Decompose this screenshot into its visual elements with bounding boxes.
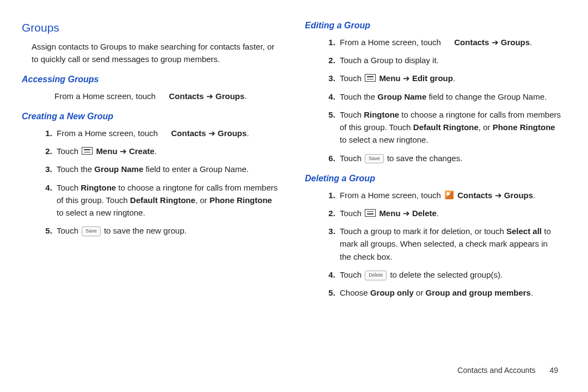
text: Touch [340, 154, 364, 163]
text: to select a new ringtone. [57, 208, 145, 217]
step: From a Home screen, touch Contacts ➔ Gro… [54, 127, 278, 139]
accessing-step: From a Home screen, touch Contacts ➔ Gro… [54, 90, 278, 102]
label: Select all [506, 226, 542, 236]
step: Touch Ringtone to choose a ringtone for … [54, 181, 278, 219]
label-groups: Groups [216, 91, 244, 101]
text: Touch [57, 226, 81, 235]
step: Touch Menu ➔ Delete. [338, 207, 561, 219]
arrow: ➔ [403, 74, 412, 83]
label: Group only [370, 288, 414, 297]
label: Phone Ringtone [210, 195, 272, 205]
step: Touch the Group Name field to change the… [338, 90, 561, 103]
text: or [414, 288, 426, 297]
delete-softkey: Delete [365, 271, 387, 280]
text: to save the new group. [104, 226, 187, 235]
text: Touch [57, 146, 81, 156]
text: . [531, 288, 533, 297]
label-groups: Groups [504, 191, 533, 200]
label-menu: Menu [379, 74, 400, 83]
label-delete: Delete [412, 209, 437, 218]
step: Touch Save to save the changes. [338, 152, 561, 164]
heading-creating: Creating a New Group [22, 110, 278, 124]
text: From a Home screen, touch [340, 38, 443, 47]
text: field to change the Group Name. [426, 92, 547, 101]
step: Touch a group to mark it for deletion, o… [338, 225, 561, 263]
heading-editing: Editing a Group [305, 19, 561, 33]
page-number: 49 [549, 366, 558, 375]
label-contacts: Contacts [457, 191, 492, 200]
step: Touch Save to save the new group. [54, 224, 278, 237]
label: Default Ringtone [130, 195, 195, 205]
step: From a Home screen, touch Contacts ➔ Gro… [338, 189, 561, 201]
label-menu: Menu [379, 209, 400, 218]
arrow: ➔ [120, 146, 129, 156]
text: Touch the [340, 92, 377, 101]
deleting-steps: From a Home screen, touch Contacts ➔ Gro… [305, 189, 561, 299]
text: Touch [340, 74, 364, 83]
text: Touch [340, 209, 364, 218]
text: Touch [57, 183, 81, 192]
step: Touch a Group to display it. [338, 54, 561, 66]
label-contacts: Contacts [171, 128, 206, 138]
save-softkey: Save [365, 154, 384, 164]
text: , or [479, 122, 493, 132]
text: Touch a group to mark it for deletion, o… [340, 226, 506, 236]
menu-icon [82, 147, 93, 155]
label: Phone Ringtone [493, 122, 555, 132]
menu-icon [365, 74, 376, 82]
text: , or [195, 195, 210, 205]
footer-section: Contacts and Accounts [457, 366, 535, 375]
step: Touch the Group Name field to enter a Gr… [54, 163, 278, 175]
label-groups: Groups [218, 128, 247, 138]
text: to save the changes. [387, 154, 462, 163]
label: Group and group members [426, 288, 531, 297]
label: Default Ringtone [413, 122, 479, 132]
text: Choose [340, 288, 370, 297]
label: Group Name [94, 164, 143, 174]
label: Ringtone [364, 110, 399, 119]
label-contacts: Contacts [169, 91, 204, 101]
label: Ringtone [81, 183, 116, 192]
text: to delete the selected group(s). [390, 270, 503, 279]
page-footer: Contacts and Accounts 49 [457, 365, 558, 377]
step: Touch Delete to delete the selected grou… [338, 268, 561, 281]
menu-icon [365, 209, 376, 217]
label: Group Name [377, 92, 426, 101]
text: Touch [340, 110, 364, 119]
text: From a Home screen, touch [57, 128, 160, 138]
text: to select a new ringtone. [340, 135, 428, 144]
step: Choose Group only or Group and group mem… [338, 286, 561, 299]
text: From a Home screen, touch [340, 191, 443, 200]
arrow: ➔ [403, 209, 412, 218]
text: Touch the [57, 164, 94, 174]
step: Touch Menu ➔ Edit group. [338, 72, 561, 84]
step: From a Home screen, touch Contacts ➔ Gro… [338, 36, 561, 48]
text: From a Home screen, touch [54, 91, 158, 101]
editing-steps: From a Home screen, touch Contacts ➔ Gro… [305, 36, 561, 164]
step: Touch Ringtone to choose a ringtone for … [338, 108, 561, 146]
right-column: Editing a Group From a Home screen, touc… [305, 19, 561, 304]
heading-deleting: Deleting a Group [305, 172, 561, 186]
save-softkey: Save [82, 226, 101, 236]
text: field to enter a Group Name. [143, 164, 248, 174]
contacts-app-icon [445, 191, 454, 199]
label-contacts: Contacts [454, 38, 489, 47]
left-column: Groups Assign contacts to Groups to make… [22, 19, 278, 304]
text: Touch [340, 270, 364, 279]
label-create: Create [129, 146, 155, 156]
step: Touch Menu ➔ Create. [54, 145, 278, 157]
heading-groups: Groups [22, 19, 278, 37]
label-groups: Groups [501, 38, 530, 47]
intro-text: Assign contacts to Groups to make search… [32, 40, 278, 66]
label-edit: Edit group [412, 74, 453, 83]
label-menu: Menu [96, 146, 117, 156]
creating-steps: From a Home screen, touch Contacts ➔ Gro… [22, 127, 278, 237]
heading-accessing: Accessing Groups [22, 73, 278, 87]
